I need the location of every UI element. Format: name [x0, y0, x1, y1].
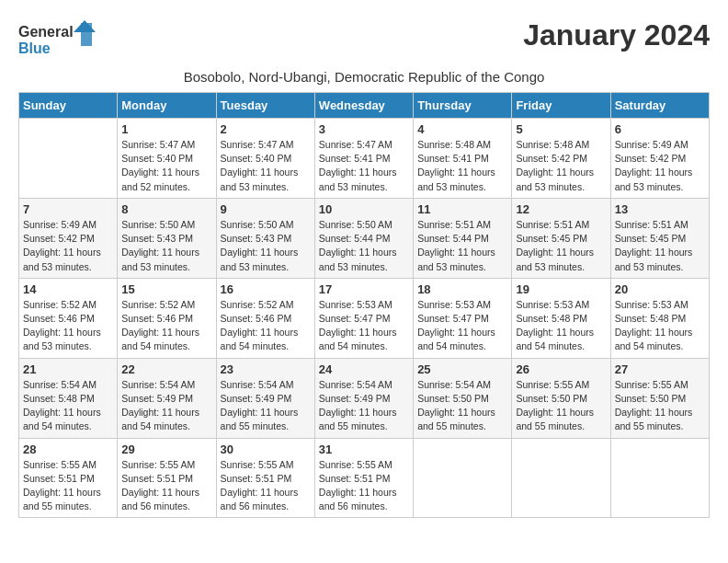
calendar-cell: 30Sunrise: 5:55 AM Sunset: 5:51 PM Dayli… — [216, 438, 314, 518]
day-info: Sunrise: 5:49 AM Sunset: 5:42 PM Dayligh… — [615, 138, 705, 194]
day-info: Sunrise: 5:53 AM Sunset: 5:48 PM Dayligh… — [516, 298, 606, 354]
calendar-cell: 26Sunrise: 5:55 AM Sunset: 5:50 PM Dayli… — [512, 358, 610, 438]
day-number: 13 — [615, 202, 705, 216]
calendar-cell: 27Sunrise: 5:55 AM Sunset: 5:50 PM Dayli… — [610, 358, 709, 438]
day-info: Sunrise: 5:50 AM Sunset: 5:43 PM Dayligh… — [121, 218, 211, 274]
day-number: 27 — [615, 362, 705, 376]
day-number: 2 — [221, 122, 311, 136]
calendar-cell: 16Sunrise: 5:52 AM Sunset: 5:46 PM Dayli… — [216, 278, 314, 358]
day-info: Sunrise: 5:47 AM Sunset: 5:41 PM Dayligh… — [319, 138, 409, 194]
day-info: Sunrise: 5:53 AM Sunset: 5:48 PM Dayligh… — [615, 298, 705, 354]
day-number: 4 — [417, 122, 507, 136]
calendar-cell: 13Sunrise: 5:51 AM Sunset: 5:45 PM Dayli… — [610, 198, 709, 278]
week-row-2: 14Sunrise: 5:52 AM Sunset: 5:46 PM Dayli… — [19, 278, 710, 358]
day-number: 17 — [319, 282, 409, 296]
calendar-cell: 28Sunrise: 5:55 AM Sunset: 5:51 PM Dayli… — [19, 438, 118, 518]
calendar-cell: 7Sunrise: 5:49 AM Sunset: 5:42 PM Daylig… — [19, 198, 118, 278]
day-info: Sunrise: 5:52 AM Sunset: 5:46 PM Dayligh… — [121, 298, 211, 354]
calendar-cell: 22Sunrise: 5:54 AM Sunset: 5:49 PM Dayli… — [118, 358, 216, 438]
day-info: Sunrise: 5:48 AM Sunset: 5:41 PM Dayligh… — [417, 138, 507, 194]
day-number: 15 — [121, 282, 211, 296]
calendar-cell: 4Sunrise: 5:48 AM Sunset: 5:41 PM Daylig… — [414, 119, 512, 199]
day-info: Sunrise: 5:55 AM Sunset: 5:50 PM Dayligh… — [615, 378, 705, 434]
calendar-cell: 24Sunrise: 5:54 AM Sunset: 5:49 PM Dayli… — [314, 358, 413, 438]
header-wednesday: Wednesday — [314, 93, 413, 119]
calendar-table: SundayMondayTuesdayWednesdayThursdayFrid… — [18, 92, 710, 518]
calendar-cell: 17Sunrise: 5:53 AM Sunset: 5:47 PM Dayli… — [314, 278, 413, 358]
day-number: 12 — [516, 202, 606, 216]
day-number: 25 — [417, 362, 507, 376]
day-info: Sunrise: 5:51 AM Sunset: 5:45 PM Dayligh… — [516, 218, 606, 274]
day-info: Sunrise: 5:55 AM Sunset: 5:51 PM Dayligh… — [121, 458, 211, 514]
calendar-cell: 15Sunrise: 5:52 AM Sunset: 5:46 PM Dayli… — [118, 278, 216, 358]
day-number: 11 — [417, 202, 507, 216]
calendar-cell: 21Sunrise: 5:54 AM Sunset: 5:48 PM Dayli… — [19, 358, 118, 438]
main-title: January 2024 — [523, 18, 710, 52]
header-monday: Monday — [118, 93, 216, 119]
calendar-cell: 29Sunrise: 5:55 AM Sunset: 5:51 PM Dayli… — [118, 438, 216, 518]
week-row-1: 7Sunrise: 5:49 AM Sunset: 5:42 PM Daylig… — [19, 198, 710, 278]
calendar-cell — [610, 438, 709, 518]
day-info: Sunrise: 5:54 AM Sunset: 5:50 PM Dayligh… — [417, 378, 507, 434]
day-info: Sunrise: 5:50 AM Sunset: 5:43 PM Dayligh… — [221, 218, 311, 274]
day-number: 9 — [221, 202, 311, 216]
calendar-cell — [414, 438, 512, 518]
day-info: Sunrise: 5:55 AM Sunset: 5:51 PM Dayligh… — [319, 458, 409, 514]
calendar-cell: 14Sunrise: 5:52 AM Sunset: 5:46 PM Dayli… — [19, 278, 118, 358]
day-number: 20 — [615, 282, 705, 296]
day-number: 16 — [221, 282, 311, 296]
day-info: Sunrise: 5:48 AM Sunset: 5:42 PM Dayligh… — [516, 138, 606, 194]
header-thursday: Thursday — [414, 93, 512, 119]
calendar-cell: 18Sunrise: 5:53 AM Sunset: 5:47 PM Dayli… — [414, 278, 512, 358]
calendar-cell: 11Sunrise: 5:51 AM Sunset: 5:44 PM Dayli… — [414, 198, 512, 278]
day-number: 24 — [319, 362, 409, 376]
day-info: Sunrise: 5:52 AM Sunset: 5:46 PM Dayligh… — [221, 298, 311, 354]
day-info: Sunrise: 5:54 AM Sunset: 5:48 PM Dayligh… — [23, 378, 113, 434]
day-number: 30 — [221, 442, 311, 456]
svg-text:General: General — [18, 24, 74, 40]
calendar-cell: 20Sunrise: 5:53 AM Sunset: 5:48 PM Dayli… — [610, 278, 709, 358]
calendar-cell: 2Sunrise: 5:47 AM Sunset: 5:40 PM Daylig… — [216, 119, 314, 199]
day-info: Sunrise: 5:51 AM Sunset: 5:45 PM Dayligh… — [615, 218, 705, 274]
day-number: 1 — [121, 122, 211, 136]
day-number: 8 — [121, 202, 211, 216]
day-number: 31 — [319, 442, 409, 456]
header: General Blue January 2024 — [18, 18, 710, 63]
day-info: Sunrise: 5:54 AM Sunset: 5:49 PM Dayligh… — [121, 378, 211, 434]
calendar-cell: 25Sunrise: 5:54 AM Sunset: 5:50 PM Dayli… — [414, 358, 512, 438]
header-saturday: Saturday — [610, 93, 709, 119]
calendar-cell: 12Sunrise: 5:51 AM Sunset: 5:45 PM Dayli… — [512, 198, 610, 278]
day-info: Sunrise: 5:53 AM Sunset: 5:47 PM Dayligh… — [319, 298, 409, 354]
week-row-4: 28Sunrise: 5:55 AM Sunset: 5:51 PM Dayli… — [19, 438, 710, 518]
svg-text:Blue: Blue — [18, 40, 51, 56]
day-info: Sunrise: 5:47 AM Sunset: 5:40 PM Dayligh… — [121, 138, 211, 194]
day-number: 23 — [221, 362, 311, 376]
day-number: 6 — [615, 122, 705, 136]
subtitle: Bosobolo, Nord-Ubangi, Democratic Republ… — [18, 69, 710, 85]
calendar-cell: 3Sunrise: 5:47 AM Sunset: 5:41 PM Daylig… — [314, 119, 413, 199]
calendar-cell — [19, 119, 118, 199]
day-info: Sunrise: 5:47 AM Sunset: 5:40 PM Dayligh… — [221, 138, 311, 194]
day-number: 28 — [23, 442, 113, 456]
day-info: Sunrise: 5:53 AM Sunset: 5:47 PM Dayligh… — [417, 298, 507, 354]
day-info: Sunrise: 5:55 AM Sunset: 5:51 PM Dayligh… — [23, 458, 113, 514]
svg-marker-3 — [74, 20, 96, 32]
day-info: Sunrise: 5:52 AM Sunset: 5:46 PM Dayligh… — [23, 298, 113, 354]
header-sunday: Sunday — [19, 93, 118, 119]
title-area: January 2024 — [523, 18, 710, 52]
week-row-3: 21Sunrise: 5:54 AM Sunset: 5:48 PM Dayli… — [19, 358, 710, 438]
calendar-cell: 9Sunrise: 5:50 AM Sunset: 5:43 PM Daylig… — [216, 198, 314, 278]
day-info: Sunrise: 5:55 AM Sunset: 5:51 PM Dayligh… — [221, 458, 311, 514]
day-number: 5 — [516, 122, 606, 136]
header-tuesday: Tuesday — [216, 93, 314, 119]
calendar-cell: 19Sunrise: 5:53 AM Sunset: 5:48 PM Dayli… — [512, 278, 610, 358]
calendar-header-row: SundayMondayTuesdayWednesdayThursdayFrid… — [19, 93, 710, 119]
logo-graphic: General Blue — [18, 18, 101, 63]
week-row-0: 1Sunrise: 5:47 AM Sunset: 5:40 PM Daylig… — [19, 119, 710, 199]
logo: General Blue — [18, 18, 101, 63]
day-number: 22 — [121, 362, 211, 376]
day-info: Sunrise: 5:51 AM Sunset: 5:44 PM Dayligh… — [417, 218, 507, 274]
calendar-cell: 23Sunrise: 5:54 AM Sunset: 5:49 PM Dayli… — [216, 358, 314, 438]
day-number: 3 — [319, 122, 409, 136]
day-number: 21 — [23, 362, 113, 376]
